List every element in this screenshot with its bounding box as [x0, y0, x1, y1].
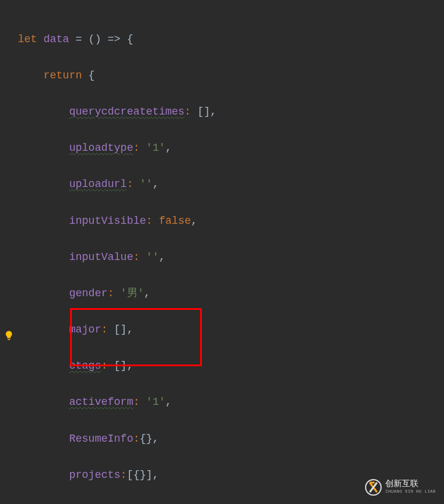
code-line: gender: '男',	[18, 284, 444, 303]
watermark-logo-icon	[365, 479, 382, 496]
watermark: 创新互联 CHUANG XIN HU LIAN	[365, 479, 436, 496]
code-line: major: [],	[18, 321, 444, 339]
code-line: let data = () => {	[18, 30, 444, 49]
code-line: activeform: '1',	[18, 393, 444, 411]
code-editor[interactable]: let data = () => { return { querycdcreat…	[0, 0, 444, 504]
code-line: querycdcreatetimes: [],	[18, 103, 444, 121]
code-line: return {	[18, 66, 444, 85]
code-line: inputValue: '',	[18, 248, 444, 267]
code-line: inputVisible: false,	[18, 212, 444, 230]
watermark-subtext: CHUANG XIN HU LIAN	[385, 489, 436, 496]
code-line: uploadtype: '1',	[18, 139, 444, 157]
lightbulb-icon[interactable]	[4, 329, 14, 342]
code-line: ResumeInfo:{},	[18, 430, 444, 448]
watermark-text: 创新互联	[385, 479, 436, 488]
code-line: uploadurl: '',	[18, 175, 444, 194]
code-line: ctags: [],	[18, 357, 444, 375]
